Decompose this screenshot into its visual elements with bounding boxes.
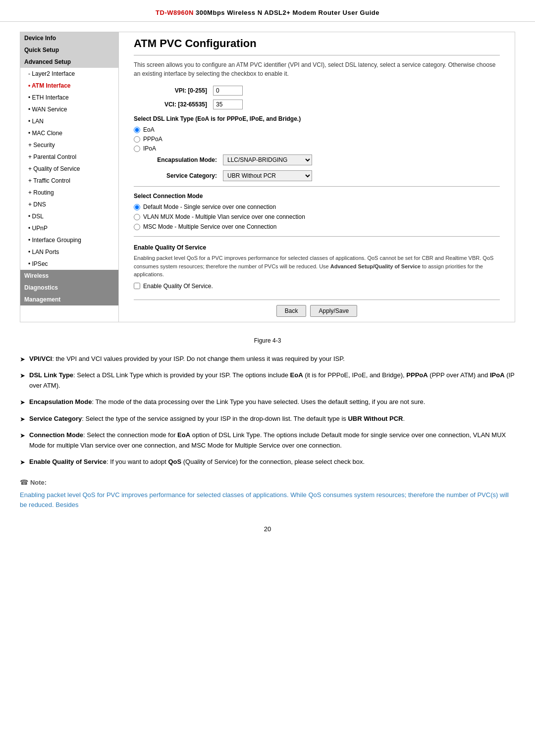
connection-mode-section: Select Connection Mode Default Mode - Si…: [134, 193, 500, 230]
bullet-encap: ➤ Encapsulation Mode: The mode of the da…: [20, 397, 515, 408]
note-icon: ☎ Note:: [20, 477, 515, 488]
sidebar-item-wireless[interactable]: Wireless: [20, 270, 118, 282]
sidebar-item-dsl[interactable]: • DSL: [20, 210, 118, 222]
main-layout: Device InfoQuick SetupAdvanced Setup- La…: [0, 22, 535, 332]
conn-mode-default-radio[interactable]: [134, 204, 140, 210]
page-description: This screen allows you to configure an A…: [134, 60, 500, 78]
sidebar-item-ipsec[interactable]: • IPSec: [20, 258, 118, 270]
bullet-dsl: ➤ DSL Link Type: Select a DSL Link Type …: [20, 370, 515, 391]
qos-section: Enable Quality Of Service Enabling packe…: [134, 244, 500, 290]
sidebar-item-management[interactable]: Management: [20, 294, 118, 305]
encapsulation-row: Encapsulation Mode: LLC/SNAP-BRIDGING VC…: [134, 154, 500, 165]
bullet-ipoa: IPoA: [490, 371, 505, 379]
conn-mode-vlan-radio[interactable]: [134, 214, 140, 220]
bullet-eoa-2: EoA: [177, 431, 190, 439]
conn-mode-default-label: Default Mode - Single service over one c…: [143, 203, 276, 210]
sidebar-item-security[interactable]: + Security: [20, 139, 118, 151]
note-label: Note:: [30, 479, 47, 486]
sidebar-item-wan-service[interactable]: • WAN Service: [20, 103, 118, 115]
bullet-arrow-5: ➤: [20, 431, 25, 441]
bullet-text-3: Encapsulation Mode: The mode of the data…: [29, 397, 515, 407]
sidebar-item-parental-control[interactable]: + Parental Control: [20, 151, 118, 163]
bullet-arrow-1: ➤: [20, 354, 25, 365]
sidebar-item-atm-interface[interactable]: • ATM Interface: [20, 80, 118, 92]
qos-description: Enabling packet level QoS for a PVC impr…: [134, 254, 500, 279]
service-category-row: Service Category: UBR Without PCR UBR Wi…: [134, 170, 500, 181]
bullet-ubr: UBR Without PCR: [348, 415, 403, 422]
sidebar-item-device-info[interactable]: Device Info: [20, 32, 118, 44]
sidebar-item-quick-setup[interactable]: Quick Setup: [20, 44, 118, 56]
qos-checkbox-row[interactable]: Enable Quality Of Service.: [134, 283, 500, 290]
vpi-input[interactable]: [213, 86, 243, 96]
conn-mode-vlan[interactable]: VLAN MUX Mode - Multiple Vlan service ov…: [134, 213, 500, 220]
vpi-row: VPI: [0-255]: [134, 86, 500, 96]
conn-mode-default[interactable]: Default Mode - Single service over one c…: [134, 203, 500, 210]
vci-label: VCI: [32-65535]: [134, 101, 213, 108]
bullet-service-cat: ➤ Service Category: Select the type of t…: [20, 414, 515, 425]
bullet-text-6: Enable Quality of Service: If you want t…: [29, 457, 515, 467]
sidebar: Device InfoQuick SetupAdvanced Setup- La…: [20, 32, 119, 322]
dsl-radio-pppoa[interactable]: [134, 136, 140, 143]
page-header: TD-W8960N 300Mbps Wireless N ADSL2+ Mode…: [0, 0, 535, 22]
dsl-option-eoa[interactable]: EoA: [134, 126, 500, 133]
figure-caption: Figure 4-3: [0, 337, 535, 344]
below-content: ➤ VPI/VCI: the VPI and VCI values provid…: [0, 354, 535, 511]
bullet-term-1: VPI/VCI: [29, 355, 52, 362]
content-panel: ATM PVC Configuration This screen allows…: [119, 32, 515, 322]
bullet-qos-bold: QoS: [168, 458, 181, 465]
sidebar-item-diagnostics[interactable]: Diagnostics: [20, 282, 118, 294]
dsl-option-pppoa[interactable]: PPPoA: [134, 136, 500, 143]
sidebar-item-advanced-setup[interactable]: Advanced Setup: [20, 56, 118, 68]
dsl-radio-group: EoA PPPoA IPoA: [134, 126, 500, 152]
dsl-option-ipoa[interactable]: IPoA: [134, 145, 500, 152]
bullet-text-1: VPI/VCI: the VPI and VCI values provided…: [29, 354, 515, 364]
encapsulation-label: Encapsulation Mode:: [134, 156, 223, 163]
conn-mode-msc[interactable]: MSC Mode - Multiple Service over one Con…: [134, 223, 500, 230]
bullet-arrow-3: ➤: [20, 398, 25, 408]
bullet-arrow-2: ➤: [20, 371, 25, 381]
divider-top: [134, 55, 500, 55]
service-category-select[interactable]: UBR Without PCR UBR With PCR CBR Non Rea…: [223, 170, 312, 181]
bullet-term-4: Service Category: [29, 415, 82, 422]
sidebar-item-eth-interface[interactable]: • ETH Interface: [20, 92, 118, 103]
bullet-arrow-4: ➤: [20, 414, 25, 425]
service-category-label: Service Category:: [134, 172, 223, 179]
apply-save-button[interactable]: Apply/Save: [310, 305, 357, 317]
bullet-term-5: Connection Mode: [29, 431, 83, 439]
sidebar-item-mac-clone[interactable]: • MAC Clone: [20, 127, 118, 139]
dsl-section-title: Select DSL Link Type (EoA is for PPPoE, …: [134, 115, 500, 122]
sidebar-item-lan-ports[interactable]: • LAN Ports: [20, 246, 118, 258]
conn-mode-msc-radio[interactable]: [134, 224, 140, 230]
header-title: 300Mbps Wireless N ADSL2+ Modem Router U…: [196, 9, 379, 16]
vci-row: VCI: [32-65535]: [134, 100, 500, 109]
sidebar-item-traffic-control[interactable]: + Traffic Control: [20, 175, 118, 187]
bullet-text-2: DSL Link Type: Select a DSL Link Type wh…: [29, 370, 515, 391]
bullet-qos: ➤ Enable Quality of Service: If you want…: [20, 457, 515, 468]
encapsulation-select[interactable]: LLC/SNAP-BRIDGING VC/MUX: [223, 154, 312, 165]
vci-input[interactable]: [213, 100, 243, 109]
sidebar-item-layer2-interface[interactable]: - Layer2 Interface: [20, 68, 118, 80]
sidebar-item-lan[interactable]: • LAN: [20, 115, 118, 127]
model-name: TD-W8960N: [156, 9, 194, 16]
sidebar-item-interface-grouping[interactable]: • Interface Grouping: [20, 234, 118, 246]
dsl-radio-eoa[interactable]: [134, 127, 140, 133]
sidebar-item-upnp[interactable]: • UPnP: [20, 222, 118, 234]
dsl-radio-ipoa[interactable]: [134, 146, 140, 152]
vpi-label: VPI: [0-255]: [134, 87, 213, 94]
bullet-arrow-6: ➤: [20, 457, 25, 468]
bullet-term-6: Enable Quality of Service: [29, 458, 107, 465]
divider-mid: [134, 186, 500, 187]
page-number: 20: [0, 525, 535, 543]
bullet-term-3: Encapsulation Mode: [29, 398, 92, 405]
qos-title: Enable Quality Of Service: [134, 244, 500, 251]
bullet-eoa: EoA: [290, 371, 303, 379]
divider-qos: [134, 236, 500, 237]
sidebar-item-routing[interactable]: + Routing: [20, 187, 118, 199]
back-button[interactable]: Back: [276, 305, 307, 317]
qos-checkbox[interactable]: [134, 283, 140, 289]
button-row: Back Apply/Save: [134, 300, 500, 317]
note-section: ☎ Note: Enabling packet level QoS for PV…: [20, 477, 515, 510]
sidebar-item-qos[interactable]: + Quality of Service: [20, 163, 118, 175]
sidebar-item-dns[interactable]: + DNS: [20, 199, 118, 210]
connection-mode-title: Select Connection Mode: [134, 193, 500, 200]
